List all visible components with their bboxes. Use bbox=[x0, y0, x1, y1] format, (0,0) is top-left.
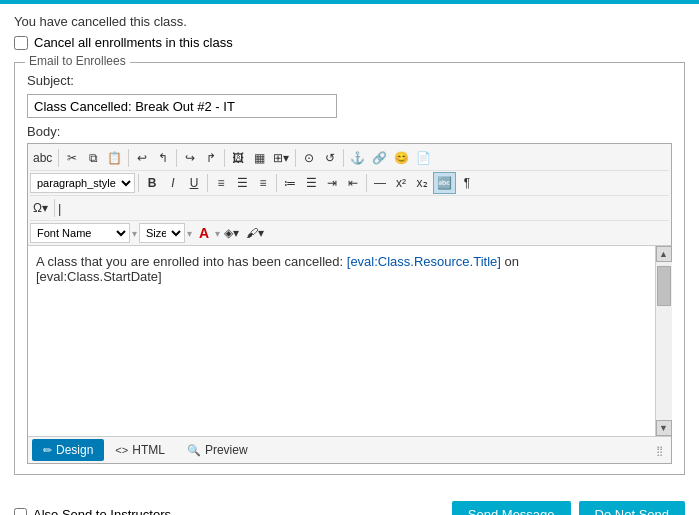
pencil-icon: ✏ bbox=[43, 444, 52, 457]
tb-sp3-btn[interactable]: ⚓ bbox=[347, 147, 368, 169]
tb-sep-6 bbox=[343, 149, 344, 167]
email-panel-legend: Email to Enrollees bbox=[25, 54, 130, 68]
tb-sp6-btn[interactable]: 📄 bbox=[413, 147, 434, 169]
editor-scrollbar: ▲ ▼ bbox=[655, 246, 671, 436]
toolbar-row-3: Ω▾ | bbox=[30, 196, 669, 221]
preview-icon: 🔍 bbox=[187, 444, 201, 457]
tb-indent-btn[interactable]: ⇥ bbox=[322, 172, 342, 194]
tb-active-icon-btn[interactable]: 🔤 bbox=[433, 172, 456, 194]
tb-sp2-btn[interactable]: ↺ bbox=[320, 147, 340, 169]
tb-sep-5 bbox=[295, 149, 296, 167]
tb-sp5-btn[interactable]: 😊 bbox=[391, 147, 412, 169]
tab-preview-label: Preview bbox=[205, 443, 248, 457]
tab-html-label: HTML bbox=[132, 443, 165, 457]
action-buttons: Send Message Do Not Send bbox=[452, 501, 685, 515]
resize-handle[interactable]: ⣿ bbox=[656, 445, 667, 456]
tb-sep-7 bbox=[138, 174, 139, 192]
tb-redo2-btn[interactable]: ↱ bbox=[201, 147, 221, 169]
tb-undo-btn[interactable]: ↩ bbox=[132, 147, 152, 169]
subject-row: Subject: bbox=[27, 73, 672, 88]
cancel-enrollments-checkbox[interactable] bbox=[14, 36, 28, 50]
tb-ul-btn[interactable]: ☰ bbox=[301, 172, 321, 194]
email-panel: Email to Enrollees Subject: Body: abc ✂ … bbox=[14, 62, 685, 475]
eval-title: [eval:Class.Resource.Title] bbox=[347, 254, 501, 269]
bottom-area: Also Send to Instructors Send Message Do… bbox=[0, 495, 699, 515]
tb-outdent-btn[interactable]: ⇤ bbox=[343, 172, 363, 194]
tb-image-btn[interactable]: 🖼 bbox=[228, 147, 248, 169]
font-name-select[interactable]: Font Name bbox=[30, 223, 130, 243]
tab-preview[interactable]: 🔍 Preview bbox=[176, 439, 259, 461]
tb-omega-btn[interactable]: Ω▾ bbox=[30, 197, 51, 219]
eval-startdate: [eval:Class.StartDate] bbox=[36, 269, 162, 284]
tb-sub-btn[interactable]: x₂ bbox=[412, 172, 432, 194]
tb-format-btn[interactable]: — bbox=[370, 172, 390, 194]
tb-sep-2 bbox=[128, 149, 129, 167]
editor-footer: ✏ Design <> HTML 🔍 Preview ⣿ bbox=[28, 436, 671, 463]
scroll-down-arrow[interactable]: ▼ bbox=[656, 420, 672, 436]
also-send-checkbox[interactable] bbox=[14, 508, 27, 515]
tb-sep-4 bbox=[224, 149, 225, 167]
cursor-indicator: | bbox=[58, 201, 61, 216]
toolbar-row-4: Font Name ▾ Size ▾ A ▾ ◈▾ 🖌▾ bbox=[30, 221, 669, 245]
paragraph-style-select[interactable]: paragraph_style bbox=[30, 173, 135, 193]
tb-pilcrow-btn[interactable]: ¶ bbox=[457, 172, 477, 194]
tb-sep-9 bbox=[276, 174, 277, 192]
tb-bg-color-btn[interactable]: ◈▾ bbox=[221, 222, 242, 244]
do-not-send-button[interactable]: Do Not Send bbox=[579, 501, 685, 515]
editor-toolbar: abc ✂ ⧉ 📋 ↩ ↰ ↪ ↱ 🖼 ▦ ⊞▾ ⊙ bbox=[28, 144, 671, 246]
tb-italic-btn[interactable]: I bbox=[163, 172, 183, 194]
cancel-enrollments-row: Cancel all enrollments in this class bbox=[14, 35, 685, 50]
toolbar-row-1: abc ✂ ⧉ 📋 ↩ ↰ ↪ ↱ 🖼 ▦ ⊞▾ ⊙ bbox=[30, 146, 669, 171]
tb-bold-btn[interactable]: B bbox=[142, 172, 162, 194]
subject-input-row bbox=[27, 94, 672, 118]
tb-font-color-btn[interactable]: A bbox=[194, 222, 214, 244]
tb-abc-btn[interactable]: abc bbox=[30, 147, 55, 169]
also-send-label: Also Send to Instructors bbox=[33, 507, 171, 515]
tb-ol-btn[interactable]: ≔ bbox=[280, 172, 300, 194]
tb-sp4-btn[interactable]: 🔗 bbox=[369, 147, 390, 169]
tb-sup-btn[interactable]: x² bbox=[391, 172, 411, 194]
editor-body-wrap: A class that you are enrolled into has b… bbox=[28, 246, 671, 436]
scroll-up-arrow[interactable]: ▲ bbox=[656, 246, 672, 262]
tb-align-center-btn[interactable]: ☰ bbox=[232, 172, 252, 194]
tb-undo2-btn[interactable]: ↰ bbox=[153, 147, 173, 169]
html-icon: <> bbox=[115, 444, 128, 456]
tb-sep-1 bbox=[58, 149, 59, 167]
tb-font-sep: ▾ bbox=[132, 228, 137, 239]
tb-sep-3 bbox=[176, 149, 177, 167]
tb-cut-btn[interactable]: ✂ bbox=[62, 147, 82, 169]
scroll-thumb[interactable] bbox=[657, 266, 671, 306]
cancelled-message: You have cancelled this class. bbox=[14, 14, 685, 29]
tb-size-sep: ▾ bbox=[187, 228, 192, 239]
editor-body[interactable]: A class that you are enrolled into has b… bbox=[28, 246, 655, 436]
editor-container: abc ✂ ⧉ 📋 ↩ ↰ ↪ ↱ 🖼 ▦ ⊞▾ ⊙ bbox=[27, 143, 672, 464]
font-size-select[interactable]: Size bbox=[139, 223, 185, 243]
tb-sep-11 bbox=[54, 199, 55, 217]
tb-table-btn[interactable]: ▦ bbox=[249, 147, 269, 169]
main-content: You have cancelled this class. Cancel al… bbox=[0, 4, 699, 495]
body-paragraph: A class that you are enrolled into has b… bbox=[36, 254, 647, 284]
tb-style-btn[interactable]: 🖌▾ bbox=[243, 222, 267, 244]
tb-sep-8 bbox=[207, 174, 208, 192]
subject-input[interactable] bbox=[27, 94, 337, 118]
subject-label: Subject: bbox=[27, 73, 74, 88]
also-send-row: Also Send to Instructors bbox=[14, 507, 171, 515]
tb-redo-btn[interactable]: ↪ bbox=[180, 147, 200, 169]
tb-align-left-btn[interactable]: ≡ bbox=[211, 172, 231, 194]
scroll-track bbox=[656, 262, 672, 420]
tb-table2-btn[interactable]: ⊞▾ bbox=[270, 147, 292, 169]
tb-paste-btn[interactable]: 📋 bbox=[104, 147, 125, 169]
tab-html[interactable]: <> HTML bbox=[104, 439, 176, 461]
tb-color-sep: ▾ bbox=[215, 228, 220, 239]
tb-sep-10 bbox=[366, 174, 367, 192]
toolbar-row-2: paragraph_style B I U ≡ ☰ ≡ ≔ ☰ ⇥ ⇤ bbox=[30, 171, 669, 196]
tb-copy-btn[interactable]: ⧉ bbox=[83, 147, 103, 169]
tab-design[interactable]: ✏ Design bbox=[32, 439, 104, 461]
tb-underline-btn[interactable]: U bbox=[184, 172, 204, 194]
tab-design-label: Design bbox=[56, 443, 93, 457]
cancel-enrollments-label: Cancel all enrollments in this class bbox=[34, 35, 233, 50]
body-label: Body: bbox=[27, 124, 672, 139]
tb-align-right-btn[interactable]: ≡ bbox=[253, 172, 273, 194]
send-message-button[interactable]: Send Message bbox=[452, 501, 571, 515]
tb-sp1-btn[interactable]: ⊙ bbox=[299, 147, 319, 169]
